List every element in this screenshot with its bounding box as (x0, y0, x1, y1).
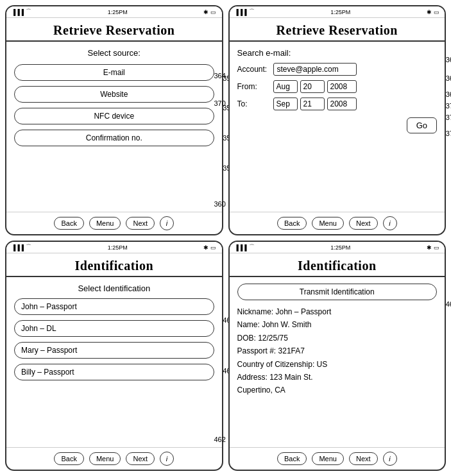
transmit-id-button[interactable]: Transmit Identification (237, 284, 438, 300)
next-button-1[interactable]: Next (126, 217, 155, 230)
wifi-icon-4: ⌒ (249, 243, 255, 251)
phone2-footer: Back Menu Next i (230, 212, 445, 234)
name-line: Name: John W. Smith (237, 318, 438, 331)
signal-icon-3: ▐▐▐ (12, 244, 24, 251)
phone2-body: Search e-mail: Account: From: To: (230, 42, 445, 212)
phone3-body: Select Identification John – Passport Jo… (6, 277, 222, 447)
phone1-title: Retrieve Reservation (6, 18, 222, 42)
to-month-input[interactable] (273, 98, 298, 110)
wifi-icon-2: ⌒ (249, 8, 255, 16)
from-label: From: (237, 82, 271, 91)
annotation-370: 370 (214, 99, 226, 107)
to-row: To: (237, 98, 438, 110)
id-details: Nickname: John – Passport Name: John W. … (237, 305, 438, 397)
phone3-title: Identification (6, 253, 222, 277)
phone2-title: Retrieve Reservation (230, 18, 445, 42)
mary-passport-item[interactable]: Mary – Passport (14, 342, 214, 359)
annotation-464: 464 (446, 300, 451, 308)
select-id-label: Select Identification (14, 284, 214, 293)
annotation-376: 376 (446, 130, 451, 137)
address2-line: Cupertino, CA (237, 384, 438, 396)
annotation-372: 372 (446, 114, 451, 121)
menu-button-4[interactable]: Menu (312, 452, 344, 465)
time-3: 1:25PM (108, 244, 128, 251)
phone4-body: Transmit Identification Nickname: John –… (230, 277, 445, 447)
time-4: 1:25PM (330, 244, 350, 251)
battery-icon-3: ▭ (210, 244, 216, 251)
from-month-input[interactable] (273, 80, 298, 93)
next-button-4[interactable]: Next (349, 452, 378, 465)
billy-passport-item[interactable]: Billy – Passport (14, 364, 214, 380)
bluetooth-icon-2: ✱ (427, 9, 432, 15)
menu-button-2[interactable]: Menu (312, 217, 344, 230)
annotation-462: 462 (214, 436, 226, 443)
battery-icon: ▭ (210, 9, 216, 15)
menu-button-1[interactable]: Menu (89, 217, 121, 230)
annotation-360: 360 (214, 200, 226, 208)
time-2: 1:25PM (330, 9, 350, 15)
nickname-line: Nickname: John – Passport (237, 305, 438, 318)
nfc-button[interactable]: NFC device (14, 108, 214, 124)
phone1-footer: Back Menu Next i (6, 212, 222, 234)
battery-icon-4: ▭ (434, 244, 439, 251)
menu-button-3[interactable]: Menu (89, 452, 121, 465)
signal-icon-2: ▐▐▐ (235, 9, 247, 15)
signal-icon-4: ▐▐▐ (235, 244, 247, 251)
phone3-footer: Back Menu Next i (6, 447, 222, 470)
annotation-364: 364 (214, 72, 226, 80)
address1-line: Address: 123 Main St. (237, 371, 438, 384)
account-label: Account: (237, 65, 271, 74)
status-bar-1: ▐▐▐ ⌒ 1:25PM ✱ ▭ (6, 6, 222, 18)
info-button-2[interactable]: i (383, 216, 397, 230)
from-row: From: (237, 80, 438, 93)
info-button-1[interactable]: i (160, 216, 174, 230)
status-bar-2: ▐▐▐ ⌒ 1:25PM ✱ ▭ (230, 6, 445, 18)
email-button[interactable]: E-mail (14, 64, 214, 81)
from-day-input[interactable] (300, 80, 325, 93)
wifi-icon-3: ⌒ (26, 243, 31, 251)
to-year-input[interactable] (327, 98, 357, 110)
annotation-362: 362 (446, 56, 451, 64)
phone4-title: Identification (230, 253, 445, 277)
bluetooth-icon: ✱ (203, 9, 208, 15)
search-email-label: Search e-mail: (237, 48, 438, 58)
account-row: Account: (237, 63, 438, 76)
info-button-3[interactable]: i (160, 452, 174, 466)
confirmation-button[interactable]: Confirmation no. (14, 130, 214, 146)
battery-icon-2: ▭ (434, 9, 439, 15)
annotation-374: 374 (446, 102, 451, 110)
john-passport-item[interactable]: John – Passport (14, 298, 214, 315)
john-dl-item[interactable]: John – DL (14, 320, 214, 337)
status-bar-3: ▐▐▐ ⌒ 1:25PM ✱ ▭ (6, 242, 222, 253)
back-button-2[interactable]: Back (277, 217, 307, 230)
to-label: To: (237, 99, 271, 108)
go-button[interactable]: Go (407, 117, 437, 133)
dob-line: DOB: 12/25/75 (237, 332, 438, 344)
from-year-input[interactable] (327, 80, 357, 93)
phone4-footer: Back Menu Next i (230, 447, 445, 470)
passport-line: Passport #: 321FA7 (237, 344, 438, 357)
time-1: 1:25PM (108, 9, 128, 15)
next-button-2[interactable]: Next (349, 217, 378, 230)
next-button-3[interactable]: Next (126, 452, 155, 465)
status-bar-4: ▐▐▐ ⌒ 1:25PM ✱ ▭ (230, 242, 445, 253)
citizenship-line: Country of Citizenship: US (237, 358, 438, 371)
phone1-body: Select source: E-mail Website NFC device… (6, 42, 222, 212)
signal-icon: ▐▐▐ (12, 9, 24, 15)
info-button-4[interactable]: i (383, 452, 397, 466)
select-source-label: Select source: (14, 48, 214, 58)
annotation-366: 366 (446, 74, 451, 82)
to-day-input[interactable] (300, 98, 325, 110)
back-button-4[interactable]: Back (277, 452, 307, 465)
wifi-icon: ⌒ (26, 8, 31, 16)
website-button[interactable]: Website (14, 86, 214, 103)
bluetooth-icon-4: ✱ (427, 244, 432, 251)
back-button-1[interactable]: Back (54, 217, 83, 230)
annotation-368: 368 (446, 90, 451, 98)
account-input[interactable] (273, 63, 357, 76)
bluetooth-icon-3: ✱ (203, 244, 208, 251)
back-button-3[interactable]: Back (54, 452, 83, 465)
